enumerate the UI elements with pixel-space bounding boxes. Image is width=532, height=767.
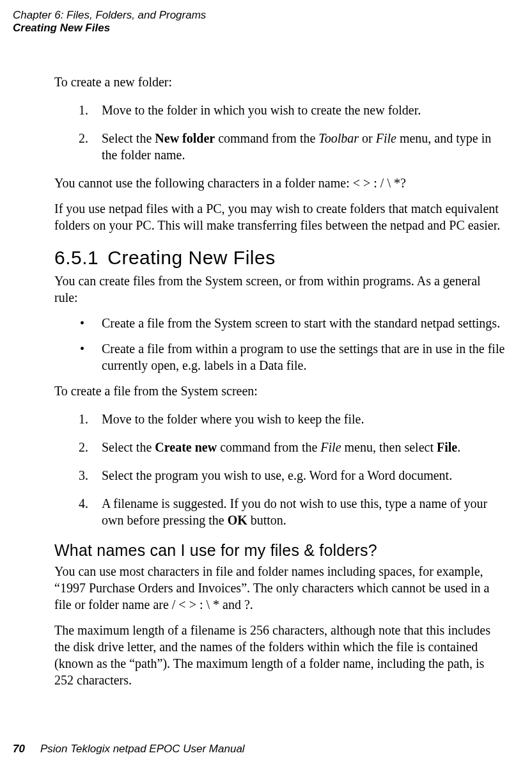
step-text: button.	[247, 513, 286, 527]
step-text: A filename is suggested. If you do not w…	[102, 496, 487, 527]
step-item: Select the Create new command from the F…	[54, 439, 506, 455]
section-number: 6.5.1	[54, 247, 98, 268]
step-text: Select the program you wish to use, e.g.…	[102, 468, 452, 482]
header-section: Creating New Files	[13, 22, 506, 35]
create-intro-text: You can create files from the System scr…	[54, 273, 506, 306]
italic-text: File	[376, 131, 396, 145]
step-item: A filename is suggested. If you do not w…	[54, 495, 506, 528]
create-file-intro-text: To create a file from the System screen:	[54, 383, 506, 399]
folder-steps-list: Move to the folder in which you wish to …	[54, 102, 506, 163]
bold-text: File	[437, 440, 457, 454]
intro-text: To create a new folder:	[54, 74, 506, 90]
page-footer: 70Psion Teklogix netpad EPOC User Manual	[13, 743, 245, 755]
pc-match-text: If you use netpad files with a PC, you m…	[54, 200, 506, 233]
italic-text: Toolbar	[318, 131, 359, 145]
bullet-item: Create a file from within a program to u…	[54, 340, 506, 374]
page-header: Chapter 6: Files, Folders, and Programs …	[13, 9, 506, 35]
subheading: What names can I use for my files & fold…	[54, 540, 506, 561]
italic-text: File	[320, 440, 341, 454]
step-text: command from the	[217, 440, 320, 454]
bold-text: OK	[228, 513, 247, 527]
step-text: .	[457, 440, 460, 454]
page-number: 70	[13, 743, 25, 755]
step-text: Move to the folder in which you wish to …	[102, 103, 421, 117]
step-text: menu, then select	[341, 440, 437, 454]
names-paragraph-1: You can use most characters in file and …	[54, 563, 506, 613]
section-title: Creating New Files	[107, 247, 275, 268]
section-heading: 6.5.1Creating New Files	[54, 245, 506, 270]
step-text: Select the	[102, 440, 155, 454]
step-item: Move to the folder where you wish to kee…	[54, 411, 506, 427]
names-paragraph-2: The maximum length of a filename is 256 …	[54, 622, 506, 688]
step-text: Select the	[102, 131, 155, 145]
step-text: or	[359, 131, 376, 145]
footer-title: Psion Teklogix netpad EPOC User Manual	[40, 743, 245, 755]
chapter-title: Chapter 6: Files, Folders, and Programs	[13, 9, 506, 22]
bullet-item: Create a file from the System screen to …	[54, 315, 506, 331]
step-item: Select the program you wish to use, e.g.…	[54, 467, 506, 484]
create-bullets: Create a file from the System screen to …	[54, 315, 506, 374]
step-text: Move to the folder where you wish to kee…	[102, 412, 364, 426]
file-steps-list: Move to the folder where you wish to kee…	[54, 411, 506, 528]
step-item: Select the New folder command from the T…	[54, 130, 506, 163]
page-content: To create a new folder: Move to the fold…	[54, 74, 506, 689]
bold-text: New folder	[155, 131, 215, 145]
step-text: command from the	[215, 131, 318, 145]
step-item: Move to the folder in which you wish to …	[54, 102, 506, 118]
forbidden-chars-text: You cannot use the following characters …	[54, 175, 506, 191]
bold-text: Create new	[155, 440, 217, 454]
